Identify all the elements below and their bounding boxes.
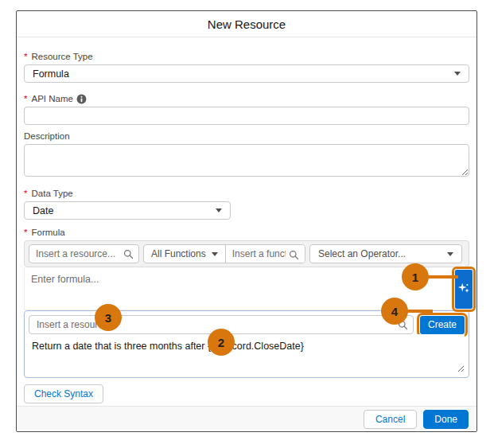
chevron-down-icon [216, 208, 222, 212]
insert-resource-input[interactable] [29, 244, 139, 263]
modal-header: New Resource [17, 11, 476, 37]
required-asterisk: * [24, 94, 27, 104]
function-category-select[interactable]: All Functions [144, 245, 226, 263]
resource-type-select[interactable]: Formula [24, 64, 469, 83]
required-asterisk: * [24, 52, 27, 62]
chevron-down-icon [454, 72, 461, 76]
formula-label: * Formula [24, 228, 469, 238]
modal-body: * Resource Type Formula * API Name Descr… [17, 52, 476, 403]
formula-textarea[interactable] [24, 267, 469, 310]
formula-toolbar: All Functions Select an Operator... [24, 240, 469, 267]
api-name-input[interactable] [24, 107, 469, 125]
data-type-select[interactable]: Date [24, 201, 231, 220]
einstein-generate-button[interactable] [455, 270, 473, 309]
prompt-panel-toolbar: Create [29, 315, 465, 334]
info-icon[interactable] [76, 94, 87, 104]
einstein-sparkle-icon [457, 282, 470, 297]
insert-function-combobox[interactable] [226, 245, 305, 263]
formula-editor [24, 267, 469, 310]
insert-resource-combobox[interactable] [29, 244, 139, 263]
screenshot-root: New Resource * Resource Type Formula * A… [0, 0, 494, 448]
data-type-label: * Data Type [24, 189, 469, 199]
insert-function-input[interactable] [226, 245, 305, 263]
description-textarea[interactable] [24, 144, 469, 177]
operator-value: Select an Operator... [318, 248, 406, 259]
function-picker-group: All Functions [143, 244, 305, 263]
cancel-button[interactable]: Cancel [364, 410, 417, 429]
page-title: New Resource [208, 18, 286, 31]
required-asterisk: * [24, 228, 27, 238]
check-syntax-button[interactable]: Check Syntax [24, 384, 103, 403]
new-resource-modal: New Resource * Resource Type Formula * A… [16, 10, 477, 432]
chevron-down-icon [212, 252, 218, 256]
done-button[interactable]: Done [423, 410, 469, 429]
function-category-value: All Functions [151, 248, 206, 259]
einstein-prompt-panel: Create Return a date that is three month… [24, 310, 469, 378]
description-label: Description [24, 131, 469, 142]
modal-footer: Cancel Done [17, 406, 476, 431]
resource-type-value: Formula [33, 68, 69, 80]
create-button[interactable]: Create [420, 316, 465, 334]
required-asterisk: * [24, 189, 27, 199]
prompt-insert-resource-input[interactable] [29, 315, 414, 334]
prompt-insert-resource-combobox[interactable] [29, 315, 414, 334]
operator-select[interactable]: Select an Operator... [309, 244, 462, 263]
api-name-label: * API Name [24, 94, 469, 104]
chevron-down-icon [447, 252, 453, 256]
prompt-textarea[interactable]: Return a date that is three months after… [29, 334, 465, 372]
data-type-value: Date [33, 205, 53, 216]
resource-type-label: * Resource Type [24, 52, 469, 62]
